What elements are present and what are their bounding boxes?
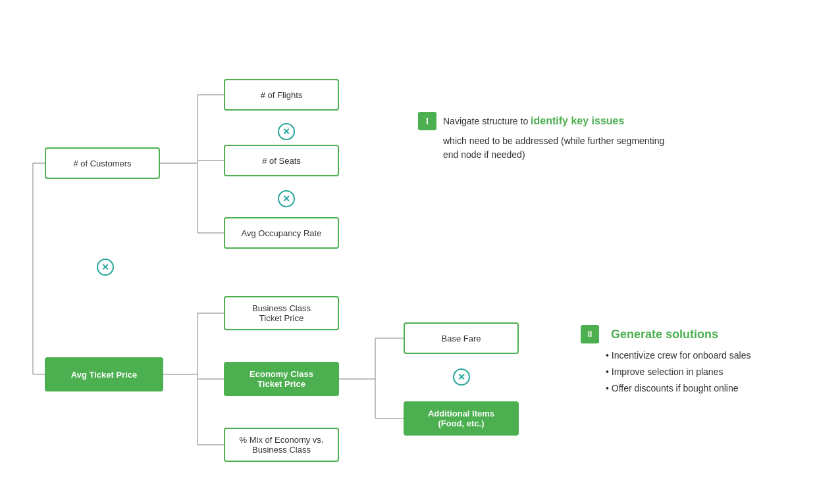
node-additional[interactable]: Additional Items (Food, etc.)	[404, 401, 519, 436]
node-customers[interactable]: # of Customers	[45, 147, 160, 179]
node-base-fare[interactable]: Base Fare	[404, 322, 519, 354]
multiply-icon-2: ✕	[278, 190, 295, 207]
multiply-icon-3: ✕	[97, 259, 114, 276]
node-seats[interactable]: # of Seats	[224, 145, 339, 176]
bullet-1: Incentivize crew for onboard sales	[606, 347, 804, 364]
panel-highlight: identify key issues	[531, 115, 624, 126]
panel-2-title: Generate solutions	[611, 328, 718, 341]
node-business[interactable]: Business Class Ticket Price	[224, 296, 339, 330]
node-economy[interactable]: Economy Class Ticket Price	[224, 362, 339, 396]
node-mix[interactable]: % Mix of Economy vs. Business Class	[224, 428, 339, 462]
diagram-container: # of Customers Avg Ticket Price # of Fli…	[0, 0, 817, 504]
info-panel-1: I Navigate structure to identify key iss…	[418, 112, 668, 162]
info-panel-2: II Generate solutions Incentivize crew f…	[581, 325, 804, 397]
panel-label-2: II	[581, 325, 599, 343]
panel-intro: Navigate structure to identify key issue…	[443, 113, 624, 129]
bullet-2: Improve selection in planes	[606, 364, 804, 380]
bullet-3: Offer discounts if bought online	[606, 380, 804, 397]
panel-2-bullets: Incentivize crew for onboard sales Impro…	[606, 347, 804, 397]
multiply-icon-1: ✕	[278, 123, 295, 140]
panel-label-1: I	[418, 112, 436, 130]
node-avg-ticket-price[interactable]: Avg Ticket Price	[45, 357, 163, 391]
node-flights[interactable]: # of Flights	[224, 79, 339, 111]
panel-body: which need to be addressed (while furthe…	[443, 134, 668, 162]
multiply-icon-4: ✕	[453, 368, 470, 386]
node-occupancy[interactable]: Avg Occupancy Rate	[224, 217, 339, 249]
